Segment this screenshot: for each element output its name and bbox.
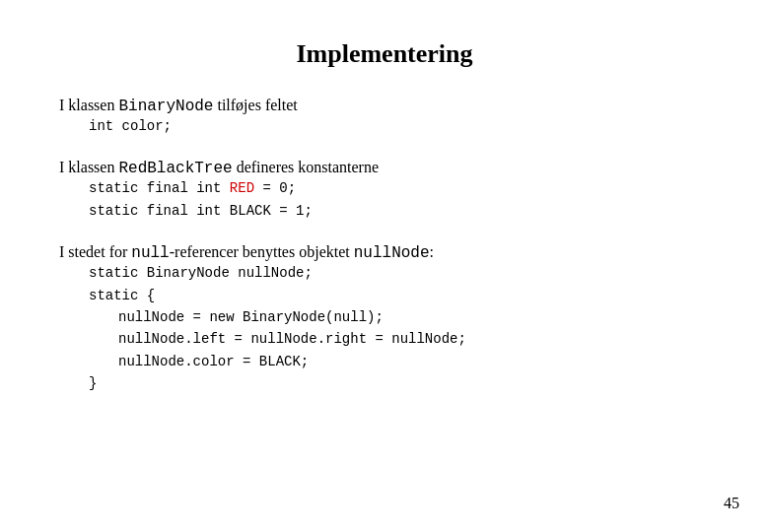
section1-text: I klassen BinaryNode tilføjes feltet [59,97,710,115]
section2-suffix: defineres konstanterne [233,159,379,175]
section2-line1-prefix: static final int [89,180,230,196]
section3-line5: nullNode.color = BLACK; [118,351,710,372]
section3-middle: -referencer benyttes objektet [170,243,354,260]
slide-title: Implementering [59,39,710,69]
page-number: 45 [724,495,739,512]
section3-line6: } [89,372,710,394]
section3-line3: nullNode = new BinaryNode(null); [118,306,710,328]
section-binarynode: I klassen BinaryNode tilføjes feltet int… [59,97,710,137]
section2-line1-suffix: = 0; [254,180,296,196]
section2-code: static final int RED = 0; static final i… [89,177,710,222]
section3-text: I stedet for null-referencer benyttes ob… [59,243,710,262]
section2-line1: static final int RED = 0; [89,177,710,199]
section2-classname: RedBlackTree [118,160,232,177]
section3-prefix: I stedet for [59,243,131,260]
section-redblacktree: I klassen RedBlackTree defineres konstan… [59,159,710,222]
section1-classname: BinaryNode [118,98,213,115]
section1-code-text: int color; [89,118,172,134]
section2-line2: static final int BLACK = 1; [89,200,710,222]
section3-code: static BinaryNode nullNode; static { nul… [89,262,710,394]
section3-null-node: nullNode [354,244,430,262]
section3-line4: nullNode.left = nullNode.right = nullNod… [118,328,710,350]
section3-line2: static { [89,285,710,306]
section2-text: I klassen RedBlackTree defineres konstan… [59,159,710,177]
section-nullnode: I stedet for null-referencer benyttes ob… [59,243,710,394]
section1-suffix: tilføjes feltet [213,97,297,113]
section1-prefix: I klassen [59,97,118,113]
section2-red-keyword: RED [230,180,254,196]
section3-null-ref: null [131,244,169,262]
slide: Implementering I klassen BinaryNode tilf… [0,0,769,532]
section2-prefix: I klassen [59,159,118,175]
section1-code: int color; [89,115,710,137]
section3-line1: static BinaryNode nullNode; [89,262,710,284]
section3-suffix: : [430,243,434,260]
